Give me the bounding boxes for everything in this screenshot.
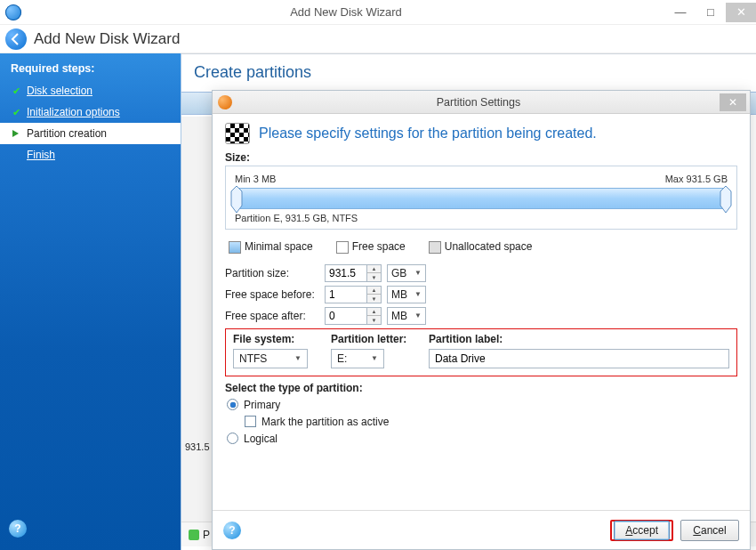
radio-icon	[227, 433, 238, 444]
sidebar-step-label: Partition creation	[27, 127, 107, 140]
dialog-intro-text: Please specify settings for the partitio…	[259, 125, 597, 142]
partition-size-stepper[interactable]: ▲▼	[367, 264, 382, 282]
page-heading: Create partitions	[181, 54, 756, 85]
unallocated-swatch-icon	[429, 241, 441, 254]
size-slider[interactable]	[235, 188, 728, 209]
background-disk-size: 931.5	[185, 441, 210, 452]
checkbox-icon	[245, 416, 256, 427]
partition-label-label: Partition label:	[429, 333, 729, 345]
window-close-button[interactable]: ✕	[726, 3, 756, 22]
check-icon	[11, 107, 21, 117]
dialog-icon	[218, 95, 232, 109]
sidebar-step-init-options[interactable]: Initialization options	[0, 101, 181, 123]
partition-size-unit-select[interactable]: GB▼	[387, 264, 426, 282]
partition-label-input[interactable]	[429, 349, 729, 368]
dialog-title: Partition Settings	[237, 96, 720, 109]
checkered-flag-icon	[225, 123, 250, 144]
primary-swatch-icon	[189, 530, 199, 540]
wizard-header: Add New Disk Wizard	[0, 25, 756, 53]
sidebar-step-label[interactable]: Initialization options	[27, 106, 120, 118]
wizard-sidebar: Required steps: Disk selection Initializ…	[0, 53, 181, 550]
file-system-select[interactable]: NTFS▼	[233, 349, 308, 368]
filesystem-settings-group: File system: Partition letter: Partition…	[225, 328, 737, 376]
app-icon	[5, 4, 21, 20]
sidebar-heading: Required steps:	[0, 53, 181, 80]
sidebar-step-label[interactable]: Finish	[27, 149, 55, 161]
free-after-label: Free space after:	[225, 310, 325, 322]
slider-caption: Partition E, 931.5 GB, NTFS	[235, 213, 728, 223]
radio-icon	[227, 399, 238, 410]
sidebar-step-disk-selection[interactable]: Disk selection	[0, 80, 181, 101]
free-before-stepper[interactable]: ▲▼	[367, 286, 382, 303]
slider-handle-left[interactable]	[230, 186, 243, 213]
partition-type-primary-radio[interactable]: Primary	[227, 399, 737, 411]
window-minimize-button[interactable]: —	[665, 3, 696, 22]
partition-size-input[interactable]	[325, 264, 367, 282]
back-button[interactable]	[5, 28, 27, 50]
help-button[interactable]	[223, 522, 241, 539]
partition-letter-select[interactable]: E:▼	[331, 349, 384, 368]
sidebar-step-partition-creation[interactable]: Partition creation	[0, 123, 181, 144]
window-title: Add New Disk Wizard	[27, 5, 665, 19]
size-slider-box: Min 3 MB Max 931.5 GB Partition E, 931.5…	[225, 166, 737, 230]
wizard-title: Add New Disk Wizard	[34, 30, 180, 48]
mark-active-checkbox[interactable]: Mark the partition as active	[227, 416, 737, 428]
arrow-right-icon	[11, 128, 21, 139]
size-max-label: Max 931.5 GB	[665, 174, 728, 184]
sidebar-step-label[interactable]: Disk selection	[27, 85, 92, 97]
free-swatch-icon	[336, 241, 349, 254]
window-maximize-button[interactable]: □	[696, 3, 726, 22]
dialog-close-button[interactable]: ✕	[720, 93, 746, 111]
partition-size-label: Partition size:	[225, 267, 325, 279]
wizard-content: Create partitions Part Disk 931.5 P Part…	[181, 53, 756, 550]
partition-letter-label: Partition letter:	[331, 333, 429, 345]
accept-button[interactable]: Accept	[610, 520, 673, 541]
file-system-label: File system:	[233, 333, 331, 345]
size-legend: Minimal space Free space Unallocated spa…	[225, 235, 737, 261]
free-after-unit-select[interactable]: MB▼	[387, 307, 426, 325]
free-after-stepper[interactable]: ▲▼	[367, 307, 382, 325]
dialog-titlebar: Partition Settings ✕	[213, 91, 750, 114]
minimal-swatch-icon	[229, 241, 241, 254]
free-before-unit-select[interactable]: MB▼	[387, 286, 426, 303]
window-titlebar: Add New Disk Wizard — □ ✕	[0, 0, 756, 25]
partition-type-logical-radio[interactable]: Logical	[227, 433, 737, 445]
check-icon	[11, 85, 21, 96]
arrow-left-icon	[9, 32, 23, 46]
free-before-input[interactable]	[325, 286, 367, 303]
size-label: Size:	[225, 151, 737, 164]
partition-type-heading: Select the type of partition:	[225, 382, 737, 394]
size-min-label: Min 3 MB	[235, 174, 276, 184]
help-button[interactable]	[9, 520, 27, 538]
sidebar-step-finish[interactable]: Finish	[0, 144, 181, 166]
free-after-input[interactable]	[325, 307, 367, 325]
partition-settings-dialog: Partition Settings ✕ Please specify sett…	[212, 90, 751, 550]
cancel-button[interactable]: Cancel	[680, 520, 739, 541]
free-before-label: Free space before:	[225, 288, 325, 301]
slider-handle-right[interactable]	[720, 186, 732, 213]
dialog-footer: Accept Cancel	[213, 510, 750, 549]
